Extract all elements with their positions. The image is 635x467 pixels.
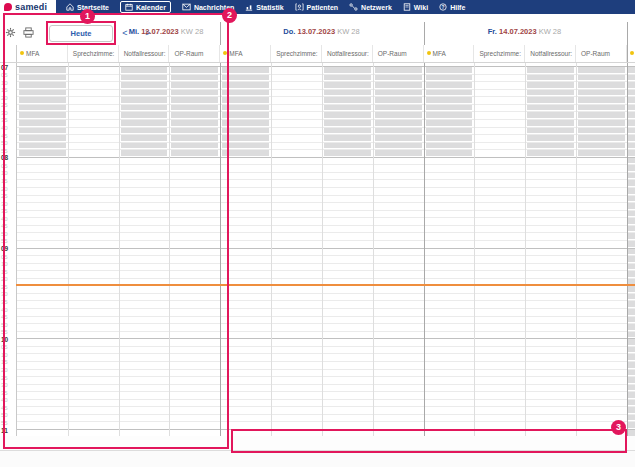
grid-row-line [16, 346, 635, 347]
closed-hours-block [19, 66, 66, 157]
annotation-badge-3: 3 [611, 420, 626, 435]
grid-row-line [16, 96, 635, 97]
status-bar [0, 450, 635, 467]
time-label: 50 [1, 139, 14, 147]
column-separator [119, 62, 120, 436]
grid-row-line [16, 353, 635, 354]
annotation-rect-day-column [3, 13, 229, 449]
time-label: 25 [1, 192, 14, 200]
column-header-cell[interactable]: MFA [220, 45, 271, 62]
grid-row-line [16, 270, 635, 271]
grid-row-line [16, 316, 635, 317]
closed-hours-block [578, 66, 625, 157]
column-header-cell[interactable]: MFA [17, 45, 68, 62]
grid-row-line [16, 111, 635, 112]
grid-row-line [16, 195, 635, 196]
time-label: 10 [1, 336, 14, 344]
column-header-cell[interactable]: Sprechzimme: [68, 45, 119, 62]
nav-item-netzwerk[interactable]: Netzwerk [349, 3, 392, 11]
nav-item-patienten[interactable]: Patienten [295, 3, 339, 11]
day-header-fr[interactable]: Fr. 14.07.2023 KW 28 [423, 24, 626, 40]
nav-item-hilfe[interactable]: ? Hilfe [439, 3, 465, 11]
time-label: 45 [1, 313, 14, 321]
time-label: 09 [1, 245, 14, 253]
column-header-cell[interactable]: Sprechzimme: [271, 45, 322, 62]
time-label: 40 [1, 306, 14, 314]
time-label: 20 [1, 94, 14, 102]
closed-hours-block [527, 66, 574, 157]
time-label: 50 [1, 321, 14, 329]
column-header-cell[interactable]: MFA [424, 45, 475, 62]
day-header-mi[interactable]: Mi. 12.07.2023 KW 28 [112, 24, 220, 40]
time-label: 05 [1, 253, 14, 261]
grid-row-line [16, 293, 635, 294]
grid-row-line [16, 89, 635, 90]
time-label: 05 [1, 343, 14, 351]
grid-row-line [16, 429, 635, 430]
time-label: 25 [1, 101, 14, 109]
time-label: 20 [1, 185, 14, 193]
samedi-logo[interactable]: samedi [0, 0, 56, 14]
nav-item-wiki[interactable]: Wiki [403, 3, 428, 11]
nav-item-kalender[interactable]: Kalender [120, 1, 171, 13]
time-label: 10 [1, 79, 14, 87]
nav-item-statistik[interactable]: Statistik [245, 3, 283, 11]
grid-row-line [16, 255, 635, 256]
grid-row-line [16, 263, 635, 264]
nav-item-nachrichten[interactable]: Nachrichten [182, 3, 234, 11]
grid-row-line [16, 278, 635, 279]
column-header-cell[interactable]: Notfallressour: [322, 45, 373, 62]
column-header-cell[interactable]: OP-Raum [169, 45, 220, 62]
current-time-line [16, 284, 635, 286]
time-axis-separator [16, 45, 17, 436]
column-header-cell[interactable]: OP-Raum [373, 45, 424, 62]
grid-row-line [16, 217, 635, 218]
column-header-cell[interactable]: Sprechzimme: [474, 45, 525, 62]
time-label: 11 [1, 427, 14, 435]
column-separator [373, 62, 374, 436]
grid-row-line [16, 81, 635, 82]
day-header-do[interactable]: Do. 13.07.2023 KW 28 [220, 24, 423, 40]
patients-icon [295, 3, 304, 11]
day-separator [220, 22, 221, 436]
today-button[interactable]: Heute [49, 25, 113, 42]
time-label: 30 [1, 381, 14, 389]
grid-row-line [16, 104, 635, 105]
horizontal-scrollbar[interactable] [0, 436, 635, 450]
print-icon[interactable] [23, 27, 34, 38]
time-label: 30 [1, 109, 14, 117]
time-label: 55 [1, 328, 14, 336]
grid-row-line [16, 406, 635, 407]
time-label: 30 [1, 290, 14, 298]
time-label: 35 [1, 116, 14, 124]
grid-row-line [16, 248, 635, 249]
time-label: 35 [1, 389, 14, 397]
column-header-cell[interactable]: OP-Raum [576, 45, 627, 62]
column-header-cell[interactable]: Notfallressour: [525, 45, 576, 62]
grid-row-line [16, 142, 635, 143]
nav-item-startseite[interactable]: Startseite [66, 3, 109, 11]
network-icon [349, 3, 358, 11]
time-label: 10 [1, 260, 14, 268]
time-label: 05 [1, 162, 14, 170]
time-label: 15 [1, 86, 14, 94]
column-separator [322, 62, 323, 436]
closed-hours-block [171, 66, 218, 157]
grid-row-line [16, 127, 635, 128]
samedi-calendar-app: samedi Startseite Kalender Nachrichten S… [0, 0, 635, 467]
grid-row-line [16, 157, 635, 158]
envelope-icon [182, 3, 191, 11]
grid-row-line [16, 187, 635, 188]
brand-name: samedi [15, 2, 47, 12]
closed-hours-block [426, 66, 473, 157]
time-label: 55 [1, 419, 14, 427]
time-label: 40 [1, 396, 14, 404]
grid-row-line [16, 308, 635, 309]
resource-column-headers: MFASprechzimme:Notfallressour:OP-RaumMFA… [0, 0, 635, 467]
column-header-cell[interactable]: Notfallressour: [119, 45, 170, 62]
time-label: 10 [1, 169, 14, 177]
settings-gear-icon[interactable] [5, 27, 16, 38]
grid-row-line [16, 384, 635, 385]
time-label: 25 [1, 283, 14, 291]
time-label: 07 [1, 64, 14, 72]
